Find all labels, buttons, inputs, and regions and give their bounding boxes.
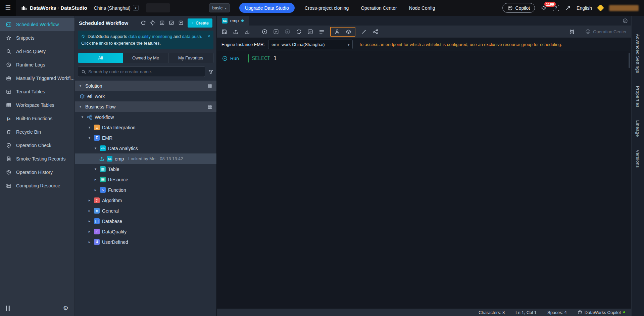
cursor-position[interactable]: Ln 1, Col 1	[515, 310, 537, 315]
save-icon[interactable]	[221, 29, 227, 35]
tab-all[interactable]: All	[78, 53, 123, 63]
operation-center-link[interactable]: Operation Center	[361, 5, 397, 11]
tree-item-workflow[interactable]: Workflow	[75, 112, 216, 122]
sidebar-item-scheduled-workflow[interactable]: Scheduled Workflow	[0, 18, 75, 31]
tree-item-algorithm[interactable]: Algorithm	[75, 195, 216, 206]
editor-scrollbar[interactable]	[629, 53, 630, 68]
node-config-link[interactable]: Node Config	[409, 5, 435, 11]
copilot-icon	[578, 310, 582, 315]
node-type-badge: Sa	[222, 18, 228, 24]
tab-my-favorites[interactable]: My Favorites	[168, 53, 213, 63]
briefcase-icon	[6, 75, 12, 81]
engine-instance-select[interactable]: emr_work China(Shanghai)	[268, 40, 353, 49]
export-icon[interactable]	[178, 20, 184, 26]
tree-item-database[interactable]: Database	[75, 216, 216, 226]
flow-share-icon[interactable]	[373, 29, 378, 35]
notifications-button[interactable]: 1199	[541, 5, 547, 11]
trash-icon	[6, 129, 12, 135]
tree-item-label: Workflow	[95, 115, 114, 120]
sidebar-item-smoke-testing-records[interactable]: Smoke Testing Records	[0, 152, 75, 166]
sidebar-item-label: Manually Triggered Workfl...	[16, 76, 75, 81]
sidebar-item-operation-history[interactable]: Operation History	[0, 166, 75, 179]
region-selector[interactable]: China (Shanghai)	[94, 5, 139, 11]
refresh-icon[interactable]	[141, 20, 146, 26]
sidebar-item-recycle-bin[interactable]: Recycle Bin	[0, 125, 75, 139]
submit-icon[interactable]	[233, 29, 239, 35]
tree-section-solution[interactable]: Solution	[75, 81, 216, 91]
upgrade-data-studio-button[interactable]: Upgrade Data Studio	[239, 3, 295, 13]
tree-section-business-flow[interactable]: Business Flow	[75, 101, 216, 112]
execution-log-icon[interactable]	[319, 29, 325, 35]
tree-item-emr[interactable]: EMR	[75, 133, 216, 143]
tool-icon[interactable]	[565, 5, 571, 11]
tree-item-general[interactable]: General	[75, 206, 216, 216]
menu-icon[interactable]	[0, 0, 16, 16]
format-wand-icon[interactable]	[361, 29, 367, 35]
app-title: DataWorks · DataStudio	[30, 5, 87, 11]
sidebar-item-ad-hoc-query[interactable]: Ad Hoc Query	[0, 45, 75, 58]
tree-item-resource[interactable]: Resource	[75, 174, 216, 185]
data-quality-monitoring-link[interactable]: data quality monitoring	[128, 34, 172, 39]
sidebar-item-snippets[interactable]: Snippets	[0, 31, 75, 45]
chevron-right-icon	[87, 229, 92, 234]
tab-advanced-settings[interactable]: Advanced Settings	[635, 34, 640, 73]
run-button[interactable]: Run	[217, 56, 248, 61]
run-icon[interactable]	[262, 29, 267, 35]
editor-tab-emp[interactable]: Sa emp	[217, 16, 249, 26]
sidebar-item-tenant-tables[interactable]: Tenant Tables	[0, 85, 75, 98]
owner-person-icon[interactable]	[334, 29, 340, 35]
sidebar-item-computing-resource[interactable]: Computing Resource	[0, 179, 75, 192]
tab-properties[interactable]: Properties	[635, 86, 640, 107]
import-icon[interactable]	[159, 20, 165, 26]
tree-item-data-analytics[interactable]: Data Analytics	[75, 143, 216, 153]
function-icon: fx	[6, 116, 12, 122]
sidebar-item-runtime-logs[interactable]: Runtime Logs	[0, 58, 75, 72]
tree-item-table[interactable]: Table	[75, 164, 216, 174]
indent-setting[interactable]: Spaces: 4	[547, 310, 567, 315]
grid-view-icon[interactable]	[208, 84, 212, 88]
tree-item-dataquality[interactable]: DataQuality	[75, 226, 216, 237]
tree-item-data-integration[interactable]: Data Integration	[75, 122, 216, 133]
tab-versions[interactable]: Versions	[635, 150, 640, 168]
sidebar-item-operation-check[interactable]: Operation Check	[0, 139, 75, 152]
validate-icon[interactable]	[169, 20, 174, 26]
tree-item-function[interactable]: Function	[75, 185, 216, 195]
close-icon[interactable]: ×	[207, 32, 210, 40]
language-selector[interactable]: English	[577, 5, 592, 11]
preview-eye-icon[interactable]	[346, 29, 351, 35]
tree-item-label: Algorithm	[102, 198, 122, 203]
tree-item-etl-work[interactable]: etl_work	[75, 91, 216, 101]
plus-icon: +	[191, 20, 194, 26]
sidebar-item-built-in-functions[interactable]: fx Built-In Functions	[0, 112, 75, 125]
gear-icon[interactable]	[63, 305, 68, 312]
redacted-username[interactable]	[609, 5, 639, 11]
tree-item-userdefined[interactable]: UserDefined	[75, 237, 216, 247]
create-button[interactable]: + Create	[188, 18, 212, 28]
data-analytics-icon	[100, 145, 106, 151]
sidebar-item-workspace-tables[interactable]: Workspace Tables	[0, 98, 75, 112]
create-button-label: Create	[196, 20, 209, 26]
redacted-workspace-name[interactable]	[146, 3, 170, 12]
precheck-icon[interactable]	[307, 29, 313, 35]
mode-selector[interactable]: basic	[209, 3, 230, 12]
sidebar-item-label: Operation Check	[16, 143, 51, 148]
drag-handle-icon[interactable]	[6, 306, 10, 311]
check-circle-icon[interactable]	[623, 18, 628, 24]
tab-lineage[interactable]: Lineage	[635, 120, 640, 137]
submit-unlock-icon[interactable]	[244, 29, 250, 35]
sql-editor[interactable]: Run SELECT 1	[217, 51, 631, 309]
tab-owned-by-me[interactable]: Owned by Me	[123, 53, 168, 63]
grid-view-icon[interactable]	[208, 104, 212, 109]
sidebar-item-manually-triggered-workflows[interactable]: Manually Triggered Workfl...	[0, 72, 75, 85]
reload-icon[interactable]	[296, 29, 302, 35]
locate-icon[interactable]	[150, 20, 155, 26]
copilot-button[interactable]: Copilot	[502, 3, 535, 13]
cross-project-cloning-link[interactable]: Cross-project cloning	[305, 5, 349, 11]
run-with-parameters-icon[interactable]	[273, 29, 279, 35]
data-push-link[interactable]: data push	[182, 34, 201, 39]
search-input[interactable]	[88, 69, 202, 74]
sliders-icon[interactable]	[569, 29, 575, 35]
filter-icon[interactable]	[208, 69, 213, 75]
copilot-status[interactable]: DataWorks Copilot	[578, 310, 625, 315]
tree-item-emp[interactable]: Sa emp Locked by Me 08-13 13:42	[75, 153, 216, 164]
